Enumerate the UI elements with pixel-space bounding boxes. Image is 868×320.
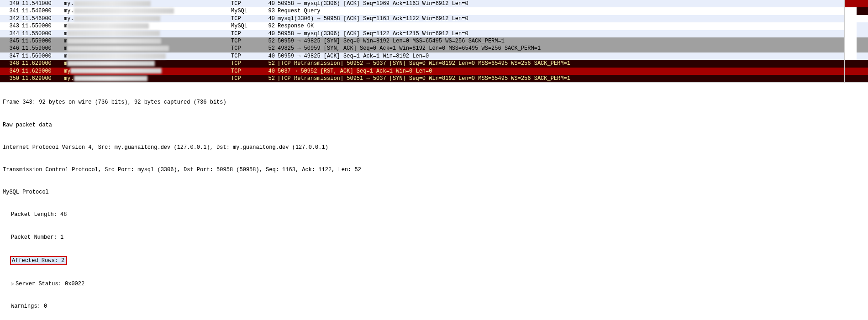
minimap-row[interactable] [845, 22, 868, 30]
redacted-source [67, 23, 149, 29]
redacted-source [67, 53, 166, 59]
detail-tcp[interactable]: Transmission Control Protocol, Src Port:… [3, 166, 865, 173]
redacted-source [74, 16, 161, 21]
detail-mysql[interactable]: MySQL Protocol [3, 189, 865, 196]
detail-packet-length[interactable]: Packet Length: 48 [3, 211, 865, 218]
caret-icon: ▷ [11, 280, 16, 288]
minimap-row[interactable] [845, 68, 868, 75]
packet-row[interactable]: 35011.629000my.TCP52[TCP Retransmission]… [0, 75, 844, 82]
packet-details-pane[interactable]: Frame 343: 92 bytes on wire (736 bits), … [0, 83, 868, 320]
minimap-row[interactable] [845, 52, 868, 60]
packet-row[interactable]: 34911.629000myTCP405037 → 50952 [RST, AC… [0, 68, 844, 75]
packet-row[interactable]: 34211.546000my.TCP40mysql(3306) → 50958 … [0, 15, 844, 22]
packet-row[interactable]: 34611.559000mTCP5249825 → 50959 [SYN, AC… [0, 45, 844, 52]
redacted-source [74, 8, 174, 14]
packet-minimap[interactable] [844, 0, 868, 82]
detail-frame[interactable]: Frame 343: 92 bytes on wire (736 bits), … [3, 99, 865, 106]
minimap-row[interactable] [845, 7, 868, 15]
detail-warnings[interactable]: Warnings: 0 [3, 303, 865, 310]
redacted-source [74, 76, 148, 81]
packet-list-pane: 34011.541000my.TCP4050958 → mysql(3306) … [0, 0, 868, 83]
redacted-source [67, 46, 169, 51]
packet-row[interactable]: 34511.559000mTCP5250959 → 49825 [SYN] Se… [0, 37, 844, 45]
redacted-source [70, 68, 161, 73]
minimap-row[interactable] [845, 30, 868, 37]
packet-row[interactable]: 34411.550000mTCP4050958 → mysql(3306) [A… [0, 30, 844, 37]
redacted-source [74, 1, 151, 6]
minimap-row[interactable] [845, 45, 868, 52]
packet-row[interactable]: 34311.550000mMySQL92Response OK [0, 22, 844, 30]
minimap-row[interactable] [845, 15, 868, 22]
redacted-source [67, 31, 160, 36]
packet-row[interactable]: 34111.546000my.MySQL93Request Query [0, 7, 844, 15]
minimap-row[interactable] [845, 75, 868, 82]
detail-packet-number[interactable]: Packet Number: 1 [3, 234, 865, 241]
redacted-source [67, 38, 161, 44]
packet-row[interactable]: 34011.541000my.TCP4050958 → mysql(3306) … [0, 0, 844, 7]
detail-server-status[interactable]: ▷Server Status: 0x0022 [3, 280, 865, 288]
packet-list[interactable]: 34011.541000my.TCP4050958 → mysql(3306) … [0, 0, 844, 82]
minimap-row[interactable] [845, 0, 868, 7]
minimap-row[interactable] [845, 60, 868, 67]
packet-row[interactable]: 34811.629000mTCP52[TCP Retransmission] 5… [0, 60, 844, 67]
detail-ip[interactable]: Internet Protocol Version 4, Src: my.gua… [3, 144, 865, 151]
redacted-source [67, 61, 155, 66]
detail-affected-rows[interactable]: Affected Rows: 2 [3, 256, 865, 265]
packet-row[interactable]: 34711.560000mTCP4050959 → 49825 [ACK] Se… [0, 52, 844, 60]
minimap-row[interactable] [845, 37, 868, 45]
detail-raw[interactable]: Raw packet data [3, 121, 865, 129]
